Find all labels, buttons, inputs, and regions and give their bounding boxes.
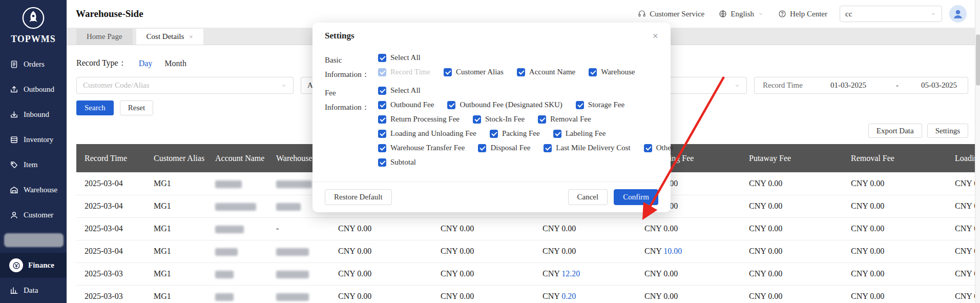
search-button[interactable]: Search	[76, 100, 114, 115]
checkbox-box[interactable]	[544, 144, 552, 152]
checkbox-box[interactable]	[378, 68, 386, 76]
checkbox-box[interactable]	[576, 101, 584, 109]
sidebar-item-redacted[interactable]	[0, 228, 67, 253]
tab-cost-details[interactable]: Cost Details×	[136, 29, 203, 45]
table-cell: CNY 0.00	[741, 195, 843, 217]
sidebar-item-label: Data	[24, 286, 38, 295]
checkbox-loading-and-unloading-fee[interactable]: Loading and Unloading Fee	[378, 129, 476, 138]
record-type-option-day[interactable]: Day	[139, 59, 153, 68]
select-all-row: Select All	[378, 53, 658, 62]
sidebar-item-inbound[interactable]: Inbound	[0, 102, 67, 127]
tab-home-page[interactable]: Home Page	[76, 29, 133, 45]
table-cell: 2025-03-04	[76, 195, 145, 217]
sidebar-item-inventory[interactable]: Inventory	[0, 127, 67, 152]
account-select[interactable]: cc	[840, 6, 942, 22]
sidebar-item-customer[interactable]: Customer	[0, 203, 67, 228]
language-switcher[interactable]: English	[719, 10, 764, 18]
checkbox-box[interactable]	[378, 115, 386, 124]
checkbox-box[interactable]	[473, 115, 481, 124]
table-cell: CNY 0.00	[741, 217, 843, 240]
checkbox-outbound-fee-designated-sku[interactable]: Outbound Fee (Designated SKU)	[447, 100, 562, 109]
vertical-scrollbar[interactable]	[975, 0, 980, 303]
checkbox-box[interactable]	[589, 68, 597, 76]
sidebar-item-warehouse[interactable]: Warehouse	[0, 177, 67, 203]
reset-button[interactable]: Reset	[120, 100, 153, 115]
sidebar-item-data[interactable]: Data	[0, 278, 67, 303]
customer-service-link[interactable]: Customer Service	[638, 10, 704, 18]
checkbox-storage-fee[interactable]: Storage Fee	[576, 100, 624, 109]
checkbox-account-name[interactable]: Account Name	[517, 68, 575, 76]
table-cell	[207, 195, 268, 217]
record-time-range[interactable]: Record Time 01-03-2025 - 05-03-2025	[754, 77, 968, 94]
cell-text: CNY 0.00	[441, 224, 474, 233]
sidebar-item-orders[interactable]: Orders	[0, 52, 67, 77]
table-settings-button[interactable]: Settings	[927, 124, 968, 138]
checkbox-box[interactable]	[378, 101, 386, 109]
sidebar-item-item[interactable]: Item	[0, 152, 67, 177]
table-cell	[207, 217, 268, 240]
checkbox-customer-alias[interactable]: Customer Alias	[444, 68, 504, 76]
fee-amount-link[interactable]: 0.20	[561, 292, 576, 300]
checkbox-box[interactable]	[447, 101, 455, 109]
checkbox-warehouse[interactable]: Warehouse	[589, 68, 635, 76]
table-cell: CNY 10.00	[636, 240, 741, 262]
cell-text: MG1	[154, 179, 171, 188]
chevron-down-icon	[758, 11, 764, 17]
checkbox-box[interactable]	[378, 158, 386, 167]
confirm-button[interactable]: Confirm	[614, 189, 658, 205]
checkbox-box[interactable]	[378, 130, 386, 138]
avatar[interactable]	[949, 5, 967, 23]
fee-amount-link[interactable]: 12.20	[561, 269, 580, 278]
export-data-button[interactable]: Export Data	[868, 124, 922, 138]
checkbox-disposal-fee[interactable]: Disposal Fee	[478, 144, 530, 152]
customer-code-select[interactable]: Customer Code/Alias	[76, 77, 294, 94]
column-header-removal-fee: Removal Fee	[843, 144, 947, 172]
column-header-putaway-fee: Putaway Fee	[741, 144, 843, 172]
checkbox-record-time[interactable]: Record Time	[378, 68, 430, 76]
cell-text: CNY 0.00	[644, 224, 678, 233]
cancel-button[interactable]: Cancel	[568, 189, 608, 205]
date-to[interactable]: 05-03-2025	[921, 81, 957, 90]
checkbox-box[interactable]	[478, 144, 486, 152]
checkbox-outbound-fee[interactable]: Outbound Fee	[378, 100, 434, 109]
cell-text: CNY 0.00	[338, 224, 371, 233]
restore-default-button[interactable]: Restore Default	[325, 189, 392, 205]
checkbox-stock-in-fee[interactable]: Stock-In Fee	[473, 115, 525, 124]
checkbox-select-all[interactable]: Select All	[378, 86, 421, 95]
checkbox-return-processing-fee[interactable]: Return Processing Fee	[378, 115, 460, 124]
table-cell	[268, 262, 330, 285]
record-type-option-month[interactable]: Month	[164, 59, 186, 68]
checkbox-box[interactable]	[490, 130, 498, 138]
close-icon[interactable]: ×	[653, 31, 658, 41]
cell-text: CNY 0.00	[441, 292, 474, 300]
checkbox-last-mile-delivery-cost[interactable]: Last Mile Delivery Cost	[544, 144, 630, 152]
checkbox-packing-fee[interactable]: Packing Fee	[490, 129, 540, 138]
checkbox-subtotal[interactable]: Subtotal	[378, 158, 416, 167]
checkbox-box[interactable]	[378, 144, 386, 152]
checkbox-box[interactable]	[553, 130, 561, 138]
checkbox-other[interactable]: Other	[644, 144, 674, 152]
section-label-line: Fee	[325, 86, 378, 100]
close-tab-icon[interactable]: ×	[189, 33, 193, 41]
scrollbar-thumb[interactable]	[976, 34, 980, 86]
checkbox-box[interactable]	[444, 68, 452, 76]
fee-amount-link[interactable]: 10.00	[663, 247, 682, 255]
checkbox-box[interactable]	[517, 68, 525, 76]
checkbox-labeling-fee[interactable]: Labeling Fee	[553, 129, 606, 138]
modal-title: Settings	[325, 31, 355, 41]
checkbox-select-all[interactable]: Select All	[378, 53, 421, 62]
sidebar-item-outbound[interactable]: Outbound	[0, 77, 67, 102]
cell-text: CNY 0.00	[644, 292, 678, 300]
redacted-value	[215, 248, 238, 256]
checkbox-box[interactable]	[538, 115, 546, 124]
table-cell: CNY 0.20	[534, 285, 636, 303]
checkbox-box[interactable]	[644, 144, 652, 152]
checkbox-box[interactable]	[378, 54, 386, 62]
checkbox-warehouse-transfer-fee[interactable]: Warehouse Transfer Fee	[378, 144, 465, 152]
checkbox-removal-fee[interactable]: Removal Fee	[538, 115, 591, 124]
help-center-link[interactable]: Help Center	[778, 10, 827, 18]
checkbox-box[interactable]	[378, 87, 386, 95]
table-row: 2025-03-03MG1CNY 0.00CNY 0.00CNY 12.20CN…	[76, 262, 980, 285]
date-from[interactable]: 01-03-2025	[830, 81, 866, 90]
sidebar-item-finance[interactable]: Finance	[0, 253, 67, 278]
